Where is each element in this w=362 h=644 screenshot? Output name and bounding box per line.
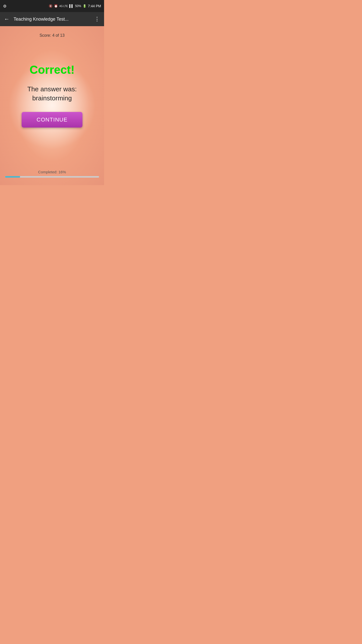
status-bar: ⚙ 🔇 ⏰ 4G LTE ▌▌ 50% 🔋 7:44 PM — [0, 0, 104, 12]
mute-icon: 🔇 — [49, 4, 53, 8]
status-bar-left: ⚙ — [3, 4, 7, 9]
more-options-icon[interactable]: ⋮ — [94, 16, 100, 22]
battery-label: 50% — [75, 4, 81, 8]
completed-label: Completed: 16% — [38, 170, 66, 174]
back-button[interactable]: ← — [4, 16, 10, 22]
main-content: Score: 4 of 13 Correct! The answer was: … — [0, 26, 104, 185]
app-title: Teaching Knowledge Test... — [14, 17, 90, 22]
alarm-icon: ⏰ — [54, 4, 58, 8]
content-wrapper: Correct! The answer was: brainstorming C… — [5, 63, 99, 128]
score-text: Score: 4 of 13 — [39, 33, 65, 38]
correct-label: Correct! — [30, 63, 75, 76]
answer-text: The answer was: brainstorming — [27, 85, 77, 103]
time-label: 7:44 PM — [88, 4, 101, 8]
bottom-area: Completed: 16% — [0, 170, 104, 178]
answer-prefix: The answer was: — [27, 85, 77, 93]
signal-icon: ▌▌ — [69, 4, 74, 8]
progress-bar-fill — [5, 176, 20, 178]
battery-icon: 🔋 — [83, 4, 86, 8]
answer-value: brainstorming — [32, 94, 72, 102]
usb-icon: ⚙ — [3, 4, 7, 9]
status-bar-right: 🔇 ⏰ 4G LTE ▌▌ 50% 🔋 7:44 PM — [49, 4, 101, 8]
progress-bar-container — [5, 176, 99, 178]
app-bar: ← Teaching Knowledge Test... ⋮ — [0, 12, 104, 26]
continue-button[interactable]: CONTINUE — [22, 112, 83, 128]
network-label: 4G LTE — [59, 5, 68, 8]
